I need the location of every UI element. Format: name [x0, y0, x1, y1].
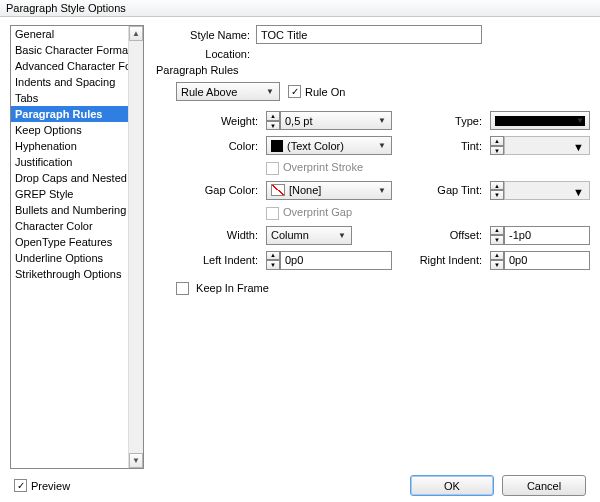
offset-label: Offset: [398, 229, 484, 241]
gap-color-select[interactable]: [None]▼ [266, 181, 392, 200]
width-label: Width: [176, 229, 260, 241]
sidebar-item[interactable]: Bullets and Numbering [11, 202, 128, 218]
sidebar-item[interactable]: Indents and Spacing [11, 74, 128, 90]
weight-label: Weight: [176, 115, 260, 127]
color-label: Color: [176, 140, 260, 152]
ok-button[interactable]: OK [410, 475, 494, 496]
sidebar-item[interactable]: Strikethrough Options [11, 266, 128, 282]
paragraph-style-options-dialog: Paragraph Style Options GeneralBasic Cha… [0, 0, 600, 502]
cancel-button[interactable]: Cancel [502, 475, 586, 496]
sidebar-item[interactable]: Justification [11, 154, 128, 170]
color-select[interactable]: (Text Color)▼ [266, 136, 392, 155]
swatch-none-icon [271, 184, 285, 196]
sidebar-item[interactable]: Keep Options [11, 122, 128, 138]
footer: Preview OK Cancel [0, 469, 600, 502]
style-name-input[interactable] [256, 25, 482, 44]
sidebar-item[interactable]: General [11, 26, 128, 42]
section-title: Paragraph Rules [156, 64, 590, 76]
window-title: Paragraph Style Options [6, 2, 126, 14]
sidebar-item[interactable]: Advanced Character Formats [11, 58, 128, 74]
style-name-label: Style Name: [156, 29, 256, 41]
gap-tint-field: ▲▼ ▼ [490, 181, 590, 200]
right-indent-label: Right Indent: [398, 254, 484, 266]
gap-tint-label: Gap Tint: [398, 184, 484, 196]
overprint-stroke-checkbox [266, 162, 279, 175]
left-indent-field[interactable]: ▲▼ [266, 251, 392, 270]
sidebar-item[interactable]: GREP Style [11, 186, 128, 202]
overprint-gap-label: Overprint Gap [283, 206, 352, 218]
weight-field[interactable]: ▲▼ 0,5 pt▼ [266, 111, 392, 130]
keep-in-frame-label: Keep In Frame [196, 282, 269, 294]
sidebar-item[interactable]: Underline Options [11, 250, 128, 266]
rule-on-checkbox[interactable] [288, 85, 301, 98]
width-select[interactable]: Column▼ [266, 226, 352, 245]
location-label: Location: [156, 48, 256, 60]
preview-label: Preview [31, 480, 70, 492]
scroll-up-button[interactable]: ▲ [129, 26, 143, 41]
sidebar-scrollbar[interactable]: ▲ ▼ [128, 26, 143, 468]
type-select[interactable]: ▼ [490, 111, 590, 130]
sidebar-item[interactable]: Basic Character Formats [11, 42, 128, 58]
rule-on-label: Rule On [305, 86, 345, 98]
type-label: Type: [398, 115, 484, 127]
preview-checkbox[interactable] [14, 479, 27, 492]
overprint-stroke-label: Overprint Stroke [283, 161, 363, 173]
rule-position-select[interactable]: Rule Above▼ [176, 82, 280, 101]
swatch-black-icon [271, 140, 283, 152]
tint-field: ▲▼ ▼ [490, 136, 590, 155]
gap-color-label: Gap Color: [176, 184, 260, 196]
sidebar-item[interactable]: Drop Caps and Nested Styles [11, 170, 128, 186]
right-indent-field[interactable]: ▲▼ [490, 251, 590, 270]
sidebar-item[interactable]: Character Color [11, 218, 128, 234]
overprint-gap-checkbox [266, 207, 279, 220]
sidebar-item[interactable]: Hyphenation [11, 138, 128, 154]
keep-in-frame-checkbox[interactable] [176, 282, 189, 295]
sidebar: GeneralBasic Character FormatsAdvanced C… [10, 25, 144, 469]
left-indent-label: Left Indent: [176, 254, 260, 266]
sidebar-item[interactable]: Tabs [11, 90, 128, 106]
tint-label: Tint: [398, 140, 484, 152]
titlebar[interactable]: Paragraph Style Options [0, 0, 600, 17]
sidebar-item[interactable]: OpenType Features [11, 234, 128, 250]
scroll-down-button[interactable]: ▼ [129, 453, 143, 468]
offset-field[interactable]: ▲▼ [490, 226, 590, 245]
main-panel: Style Name: Location: Paragraph Rules Ru… [144, 25, 590, 469]
scroll-track[interactable] [129, 41, 143, 453]
sidebar-item[interactable]: Paragraph Rules [11, 106, 128, 122]
